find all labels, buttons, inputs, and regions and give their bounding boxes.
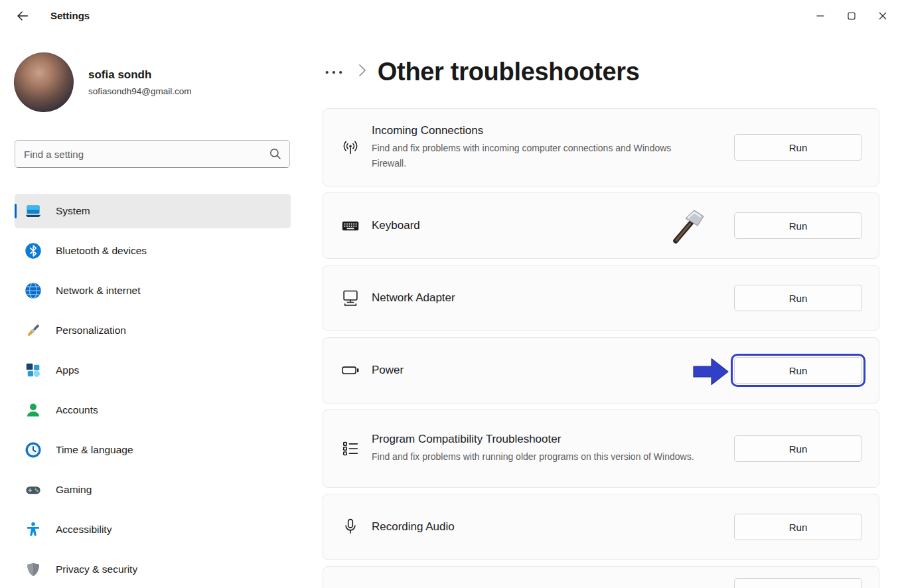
sidebar-item-label: Gaming [56, 484, 92, 496]
accessibility-person-icon [25, 521, 42, 538]
sidebar-item-label: Bluetooth & devices [56, 245, 147, 257]
sidebar-item-system[interactable]: System [15, 194, 291, 228]
gamepad-icon [25, 481, 42, 498]
card-incoming-connections: Incoming Connections Find and fix proble… [323, 108, 879, 186]
sidebar-item-gaming[interactable]: Gaming [15, 473, 291, 507]
troubleshooter-name: Power [372, 364, 727, 377]
program-list-icon [340, 439, 360, 459]
battery-icon [340, 360, 360, 380]
sidebar-item-label: Personalization [56, 325, 126, 336]
troubleshooter-list: Incoming Connections Find and fix proble… [323, 108, 879, 588]
sidebar-item-accessibility[interactable]: Accessibility [15, 512, 291, 547]
system-icon [25, 202, 42, 220]
card-power: Power Run [323, 337, 879, 404]
run-button-program-compatibility[interactable]: Run [734, 435, 862, 462]
sidebar-item-label: Accounts [56, 404, 98, 416]
shield-icon [25, 561, 42, 578]
chevron-right-icon [358, 63, 366, 80]
troubleshooter-name: Recording Audio [372, 520, 727, 534]
card-recording-audio: Recording Audio Run [323, 494, 879, 560]
sidebar-item-accounts[interactable]: Accounts [15, 393, 291, 427]
run-button-partial[interactable] [734, 578, 862, 588]
window-title: Settings [50, 10, 90, 21]
troubleshooter-description: Find and fix problems with incoming comp… [372, 141, 698, 171]
page-title: Other troubleshooters [378, 58, 640, 86]
card-program-compatibility: Program Compatibility Troubleshooter Fin… [323, 409, 879, 488]
clock-icon [25, 441, 42, 459]
sidebar-item-label: Network & internet [56, 285, 141, 297]
troubleshooter-name: Keyboard [372, 219, 727, 232]
user-email: sofiasondh94@gmail.com [88, 86, 192, 96]
run-button-recording-audio[interactable]: Run [734, 514, 862, 540]
run-button-power[interactable]: Run [734, 357, 862, 384]
sidebar-item-privacy-security[interactable]: Privacy & security [15, 552, 291, 587]
troubleshooter-name: Incoming Connections [372, 124, 727, 137]
sidebar-item-label: Time & language [56, 444, 133, 456]
microphone-icon [340, 517, 360, 537]
keyboard-icon [340, 216, 360, 236]
search-input[interactable] [15, 140, 290, 168]
troubleshooter-name: Network Adapter [372, 291, 727, 305]
run-button-network-adapter[interactable]: Run [734, 285, 862, 311]
apps-icon [25, 362, 42, 379]
minimize-button[interactable] [804, 0, 836, 32]
sidebar-nav: System Bluetooth & devices Network & int… [15, 194, 291, 588]
sidebar-item-apps[interactable]: Apps [15, 353, 291, 388]
sidebar-item-personalization[interactable]: Personalization [15, 313, 291, 348]
bluetooth-icon [25, 242, 42, 259]
sidebar: sofia sondh sofiasondh94@gmail.com Syste… [0, 32, 307, 588]
close-button[interactable] [867, 0, 898, 32]
incoming-connections-icon [340, 137, 360, 157]
titlebar: Settings [0, 0, 898, 32]
search-box [15, 140, 290, 168]
card-keyboard: Keyboard Run [323, 192, 879, 259]
paintbrush-icon [25, 322, 42, 339]
sidebar-item-label: Privacy & security [56, 563, 137, 575]
network-adapter-icon [340, 288, 360, 308]
sidebar-item-label: System [56, 205, 90, 217]
maximize-button[interactable] [836, 0, 867, 32]
sidebar-item-network-internet[interactable]: Network & internet [15, 273, 291, 308]
sidebar-item-label: Accessibility [56, 524, 112, 536]
globe-icon [25, 282, 42, 299]
back-arrow-icon [15, 9, 30, 25]
sidebar-item-time-language[interactable]: Time & language [15, 433, 291, 467]
window-controls [804, 0, 898, 32]
sidebar-item-bluetooth-devices[interactable]: Bluetooth & devices [15, 234, 291, 268]
user-avatar [14, 52, 74, 112]
troubleshooter-name: Program Compatibility Troubleshooter [372, 433, 727, 446]
person-icon [25, 402, 42, 419]
troubleshooter-description: Find and fix problems with running older… [372, 449, 698, 465]
run-button-keyboard[interactable]: Run [734, 212, 862, 239]
user-name: sofia sondh [88, 68, 192, 82]
sidebar-item-label: Apps [56, 364, 79, 376]
user-profile: sofia sondh sofiasondh94@gmail.com [14, 52, 192, 112]
breadcrumb-overflow-button[interactable]: ••• [324, 62, 347, 82]
card-partial-cutoff [323, 566, 879, 588]
run-button-incoming-connections[interactable]: Run [734, 134, 862, 161]
card-network-adapter: Network Adapter Run [323, 265, 879, 331]
page-header: ••• Other troubleshooters [324, 56, 640, 88]
back-button[interactable] [11, 7, 35, 26]
